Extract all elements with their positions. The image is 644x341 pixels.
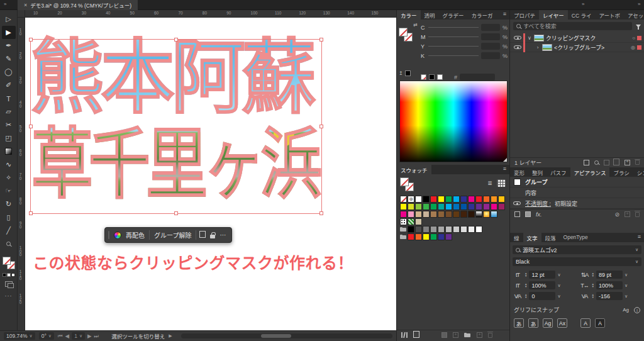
tab[interactable]: レイヤー [539,10,568,20]
swatch[interactable] [438,226,445,233]
horizontal-scale-control[interactable]: T↔ ▲▼ 100% ∨ [580,281,642,289]
swatch[interactable] [460,203,467,210]
swatch[interactable] [423,211,430,218]
first-artboard-button[interactable]: ⏮ [58,333,63,340]
swatch[interactable] [445,196,452,203]
selection-handle[interactable] [319,38,323,42]
duplicate-item-icon[interactable] [625,211,630,217]
document-tab[interactable]: × デモ3.ai* @ 109.74 % (CMYK/プレビュー) [18,0,138,10]
layers-search-input[interactable]: すべてを検索 [513,22,632,30]
snap-to-glyph-button[interactable]: あ [514,318,524,328]
selection-handle[interactable] [29,38,33,42]
tab[interactable]: 透明 [421,10,439,20]
selection-indicator[interactable] [637,36,641,40]
swatch[interactable] [468,196,475,203]
swatch-kinds-menu-icon[interactable] [441,332,447,338]
tab[interactable]: プロパテ [510,10,539,20]
opacity-label[interactable]: 不透明度 : [525,199,551,208]
swatch[interactable] [400,218,407,225]
tab[interactable]: 線 [510,233,523,242]
context-more-button[interactable]: ··· [219,232,226,238]
swatch[interactable] [415,196,422,203]
black-proxy[interactable] [429,74,435,80]
prev-artboard-button[interactable]: ◀ [65,333,70,339]
selection-bounding-box[interactable] [30,39,322,214]
layer-row[interactable]: ›<クリップグループ>◎ [510,43,644,52]
zoom-level-select[interactable]: 109.74% ∨ [4,332,35,340]
tab[interactable]: カラーガ [468,10,497,20]
chevron-down-icon[interactable]: ∨ [557,283,560,288]
color-button[interactable] [3,273,6,277]
swatch[interactable] [475,211,482,218]
last-artboard-button[interactable]: ⏭ [94,333,99,340]
tracking-control[interactable]: VA ▲▼ -156 ∨ [580,292,642,300]
fill-stroke-proxy[interactable] [399,28,413,42]
chevron-down-icon[interactable]: ∨ [557,294,560,299]
swatch[interactable] [453,203,460,210]
ruler-origin-corner[interactable] [18,10,25,18]
swatch-group-folder[interactable] [400,233,407,240]
info-icon[interactable]: i [634,307,640,313]
swatch[interactable] [468,211,475,218]
shape-builder-tool[interactable]: ◰ [2,131,16,145]
swatch[interactable] [483,196,490,203]
direct-selection-tool[interactable]: ▶ [2,26,16,39]
new-swatch-group-icon[interactable] [464,332,471,338]
swatch-options-icon[interactable] [453,332,458,338]
font-style-field[interactable]: Black ∨ [513,257,641,266]
duplicate-icon[interactable] [201,232,206,238]
layer-row[interactable]: ∨クリッピングマスク○ [510,33,644,43]
swatch[interactable] [483,211,490,218]
grid-view-button[interactable] [497,179,506,187]
pen-tool[interactable]: ✒ [2,39,16,52]
swatch[interactable] [491,203,497,210]
horizontal-scrollbar[interactable] [181,333,392,338]
tab[interactable]: アセット [624,10,644,20]
tab[interactable]: OpenType [560,233,592,242]
tab[interactable]: 整列 [528,167,547,177]
tab[interactable]: グラデー [439,10,468,20]
lock-icon[interactable] [210,235,215,238]
snap-to-glyph-button[interactable]: Ax [557,318,567,328]
delete-layer-icon[interactable] [635,160,640,165]
expand-chevron-icon[interactable]: › [535,45,540,50]
tab[interactable]: パスフ [547,167,570,177]
recolor-button[interactable]: 再配色 [126,230,145,240]
swatches-fill-stroke-proxy[interactable] [400,177,414,191]
swatch[interactable] [415,226,422,233]
last-color-control[interactable]: ↥ [399,70,411,76]
gradient-tool[interactable] [2,145,16,158]
fill-none-swatch[interactable] [399,28,408,36]
tab[interactable]: アートボ [595,10,624,20]
artboard-number-select[interactable]: 1 ∨ [72,332,85,340]
swatch[interactable] [408,211,414,218]
free-transform-tool[interactable]: ▱ [2,105,16,118]
selection-handle[interactable] [174,38,178,42]
vertical-scale-value[interactable]: 100% [529,281,555,289]
clear-appearance-icon[interactable]: ⊘ [614,211,619,218]
swatch[interactable] [430,226,437,233]
slice-tool[interactable]: ╱ [2,224,16,237]
swatch[interactable] [415,218,422,225]
none-proxy[interactable] [421,74,426,80]
eyedropper-tool[interactable]: ✧ [2,171,16,184]
vertical-ruler[interactable]: 102030405060708090100110120 [18,18,25,330]
visibility-eye-icon[interactable] [513,200,521,206]
swatch[interactable] [438,196,445,203]
draw-mode-icon[interactable] [5,281,13,287]
swatch[interactable] [415,211,422,218]
stepper-icon[interactable]: ▲▼ [592,283,594,287]
stepper-icon[interactable]: ▲▼ [592,272,594,276]
tab[interactable]: 文字 [523,233,541,242]
scissors-tool[interactable]: ✂ [2,118,16,131]
list-view-button[interactable]: ≣ [486,179,494,187]
swatch[interactable] [475,226,482,233]
expand-chevron-icon[interactable]: ∨ [527,35,532,41]
slider-track[interactable] [428,55,479,56]
layer-thumbnail[interactable] [542,44,552,51]
selection-handle[interactable] [29,125,33,128]
swatch[interactable] [468,203,475,210]
add-effect-icon[interactable]: fx. [536,211,542,218]
swatch-group-folder[interactable] [400,226,407,233]
locate-object-icon[interactable] [594,160,599,165]
